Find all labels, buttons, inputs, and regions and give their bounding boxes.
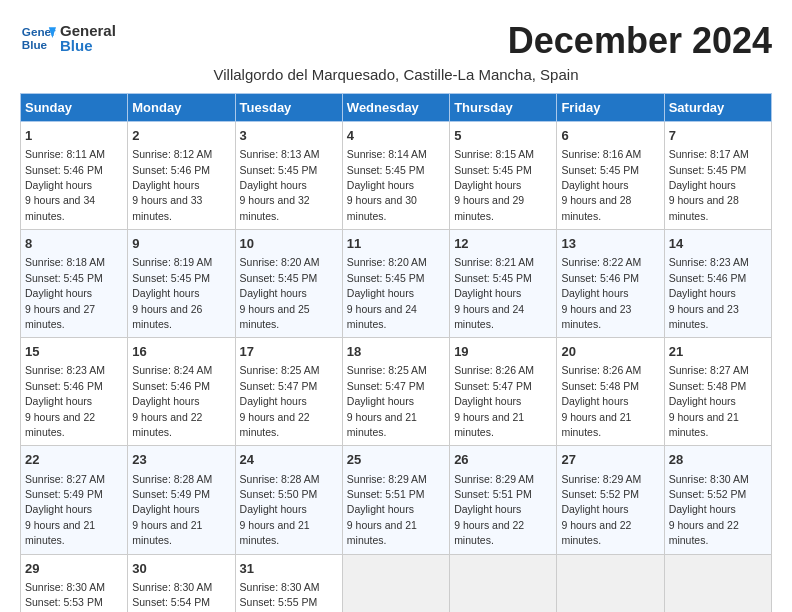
daylight-duration: 9 hours and 27 minutes.: [25, 303, 95, 330]
daylight-label: Daylight hours: [454, 503, 521, 515]
logo-text: General Blue: [60, 23, 116, 53]
daylight-label: Daylight hours: [561, 503, 628, 515]
calendar-week-3: 15 Sunrise: 8:23 AM Sunset: 5:46 PM Dayl…: [21, 338, 772, 446]
day-number: 22: [25, 451, 123, 469]
sunset-info: Sunset: 5:51 PM: [347, 488, 425, 500]
day-number: 27: [561, 451, 659, 469]
sunrise-info: Sunrise: 8:18 AM: [25, 256, 105, 268]
calendar-table: SundayMondayTuesdayWednesdayThursdayFrid…: [20, 93, 772, 612]
sunset-info: Sunset: 5:46 PM: [25, 380, 103, 392]
sunrise-info: Sunrise: 8:23 AM: [25, 364, 105, 376]
day-number: 21: [669, 343, 767, 361]
day-number: 2: [132, 127, 230, 145]
calendar-cell: [664, 554, 771, 612]
sunrise-info: Sunrise: 8:16 AM: [561, 148, 641, 160]
sunset-info: Sunset: 5:45 PM: [240, 164, 318, 176]
daylight-duration: 9 hours and 28 minutes.: [669, 194, 739, 221]
calendar-cell: 19 Sunrise: 8:26 AM Sunset: 5:47 PM Dayl…: [450, 338, 557, 446]
daylight-duration: 9 hours and 32 minutes.: [240, 194, 310, 221]
calendar-cell: 7 Sunrise: 8:17 AM Sunset: 5:45 PM Dayli…: [664, 122, 771, 230]
svg-text:Blue: Blue: [22, 38, 48, 51]
calendar-cell: 11 Sunrise: 8:20 AM Sunset: 5:45 PM Dayl…: [342, 230, 449, 338]
day-number: 13: [561, 235, 659, 253]
daylight-duration: 9 hours and 23 minutes.: [669, 303, 739, 330]
daylight-label: Daylight hours: [240, 395, 307, 407]
logo: General Blue General Blue: [20, 20, 116, 56]
sunset-info: Sunset: 5:45 PM: [454, 272, 532, 284]
daylight-duration: 9 hours and 33 minutes.: [132, 194, 202, 221]
day-number: 7: [669, 127, 767, 145]
day-number: 28: [669, 451, 767, 469]
day-number: 20: [561, 343, 659, 361]
daylight-duration: 9 hours and 21 minutes.: [240, 519, 310, 546]
sunset-info: Sunset: 5:52 PM: [669, 488, 747, 500]
calendar-cell: 31 Sunrise: 8:30 AM Sunset: 5:55 PM Dayl…: [235, 554, 342, 612]
sunrise-info: Sunrise: 8:23 AM: [669, 256, 749, 268]
calendar-cell: 12 Sunrise: 8:21 AM Sunset: 5:45 PM Dayl…: [450, 230, 557, 338]
day-number: 6: [561, 127, 659, 145]
sunrise-info: Sunrise: 8:20 AM: [347, 256, 427, 268]
calendar-cell: 1 Sunrise: 8:11 AM Sunset: 5:46 PM Dayli…: [21, 122, 128, 230]
sunset-info: Sunset: 5:45 PM: [25, 272, 103, 284]
daylight-label: Daylight hours: [669, 503, 736, 515]
daylight-label: Daylight hours: [561, 287, 628, 299]
daylight-label: Daylight hours: [669, 287, 736, 299]
sunrise-info: Sunrise: 8:30 AM: [25, 581, 105, 593]
daylight-label: Daylight hours: [240, 287, 307, 299]
calendar-cell: 17 Sunrise: 8:25 AM Sunset: 5:47 PM Dayl…: [235, 338, 342, 446]
sunset-info: Sunset: 5:46 PM: [132, 380, 210, 392]
calendar-cell: 9 Sunrise: 8:19 AM Sunset: 5:45 PM Dayli…: [128, 230, 235, 338]
calendar-week-5: 29 Sunrise: 8:30 AM Sunset: 5:53 PM Dayl…: [21, 554, 772, 612]
calendar-cell: [557, 554, 664, 612]
day-number: 4: [347, 127, 445, 145]
sunset-info: Sunset: 5:54 PM: [132, 596, 210, 608]
daylight-duration: 9 hours and 21 minutes.: [561, 411, 631, 438]
daylight-label: Daylight hours: [240, 503, 307, 515]
day-number: 29: [25, 560, 123, 578]
sunset-info: Sunset: 5:46 PM: [132, 164, 210, 176]
sunrise-info: Sunrise: 8:30 AM: [240, 581, 320, 593]
day-number: 17: [240, 343, 338, 361]
daylight-label: Daylight hours: [347, 503, 414, 515]
sunset-info: Sunset: 5:47 PM: [347, 380, 425, 392]
sunrise-info: Sunrise: 8:15 AM: [454, 148, 534, 160]
daylight-duration: 9 hours and 21 minutes.: [132, 519, 202, 546]
sunrise-info: Sunrise: 8:27 AM: [669, 364, 749, 376]
sunset-info: Sunset: 5:55 PM: [240, 596, 318, 608]
sunrise-info: Sunrise: 8:25 AM: [240, 364, 320, 376]
weekday-header-tuesday: Tuesday: [235, 94, 342, 122]
sunset-info: Sunset: 5:47 PM: [454, 380, 532, 392]
sunrise-info: Sunrise: 8:11 AM: [25, 148, 105, 160]
daylight-duration: 9 hours and 22 minutes.: [669, 519, 739, 546]
daylight-duration: 9 hours and 25 minutes.: [240, 303, 310, 330]
daylight-duration: 9 hours and 21 minutes.: [25, 519, 95, 546]
calendar-cell: [342, 554, 449, 612]
daylight-duration: 9 hours and 30 minutes.: [347, 194, 417, 221]
calendar-cell: 13 Sunrise: 8:22 AM Sunset: 5:46 PM Dayl…: [557, 230, 664, 338]
logo-general: General: [60, 23, 116, 38]
weekday-header-sunday: Sunday: [21, 94, 128, 122]
daylight-label: Daylight hours: [132, 503, 199, 515]
day-number: 9: [132, 235, 230, 253]
sunrise-info: Sunrise: 8:13 AM: [240, 148, 320, 160]
sunset-info: Sunset: 5:52 PM: [561, 488, 639, 500]
sunrise-info: Sunrise: 8:30 AM: [132, 581, 212, 593]
daylight-duration: 9 hours and 29 minutes.: [454, 194, 524, 221]
calendar-cell: 28 Sunrise: 8:30 AM Sunset: 5:52 PM Dayl…: [664, 446, 771, 554]
calendar-cell: 18 Sunrise: 8:25 AM Sunset: 5:47 PM Dayl…: [342, 338, 449, 446]
page-container: General Blue General Blue December 2024 …: [20, 20, 772, 612]
calendar-cell: 4 Sunrise: 8:14 AM Sunset: 5:45 PM Dayli…: [342, 122, 449, 230]
daylight-duration: 9 hours and 22 minutes.: [240, 411, 310, 438]
weekday-header-wednesday: Wednesday: [342, 94, 449, 122]
daylight-label: Daylight hours: [561, 395, 628, 407]
day-number: 14: [669, 235, 767, 253]
sunrise-info: Sunrise: 8:26 AM: [561, 364, 641, 376]
sunset-info: Sunset: 5:49 PM: [25, 488, 103, 500]
calendar-week-1: 1 Sunrise: 8:11 AM Sunset: 5:46 PM Dayli…: [21, 122, 772, 230]
weekday-header-monday: Monday: [128, 94, 235, 122]
sunrise-info: Sunrise: 8:28 AM: [240, 473, 320, 485]
daylight-label: Daylight hours: [25, 287, 92, 299]
day-number: 31: [240, 560, 338, 578]
sunset-info: Sunset: 5:45 PM: [347, 272, 425, 284]
daylight-label: Daylight hours: [240, 179, 307, 191]
